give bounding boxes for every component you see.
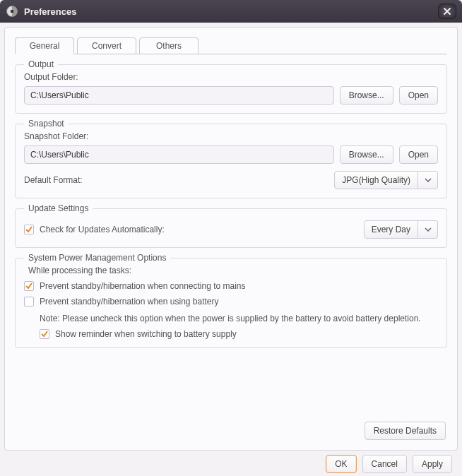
snapshot-browse-button[interactable]: Browse... [340,145,393,164]
snapshot-folder-label: Snapshot Folder: [24,131,438,141]
cancel-button[interactable]: Cancel [362,455,407,473]
content-frame: General Convert Others Output Output Fol… [4,27,458,451]
app-icon [6,5,18,18]
chevron-down-icon[interactable] [418,171,438,189]
tab-bar: General Convert Others [15,37,447,54]
ok-button[interactable]: OK [326,455,356,473]
window-title: Preferences [24,6,438,17]
chevron-down-icon[interactable] [418,220,438,239]
tab-general[interactable]: General [15,37,74,54]
svg-point-1 [11,10,14,13]
check-updates-label: Check for Updates Automatically: [40,225,165,234]
snapshot-legend: Snapshot [24,119,69,129]
update-legend: Update Settings [24,203,93,213]
snapshot-folder-input[interactable] [24,145,334,164]
prevent-battery-checkbox[interactable] [24,297,34,307]
power-group: System Power Management Options While pr… [15,258,447,348]
tab-convert[interactable]: Convert [77,37,136,54]
update-group: Update Settings Check for Updates Automa… [15,208,447,248]
output-legend: Output [24,59,58,69]
show-reminder-label: Show reminder when switching to battery … [55,329,237,339]
tab-others[interactable]: Others [139,37,199,54]
default-format-select[interactable]: JPG(High Quality) [334,171,438,189]
apply-button[interactable]: Apply [413,455,452,473]
while-processing-label: While processing the tasks: [28,266,438,275]
snapshot-group: Snapshot Snapshot Folder: Browse... Open… [15,124,447,198]
default-format-value: JPG(High Quality) [334,171,418,189]
output-folder-label: Output Folder: [24,72,438,82]
dialog-buttons: OK Cancel Apply [0,455,462,476]
battery-note: Note: Please uncheck this option when th… [40,314,438,323]
default-format-label: Default Format: [24,175,83,185]
restore-defaults-button[interactable]: Restore Defaults [365,422,446,440]
snapshot-open-button[interactable]: Open [399,145,438,164]
prevent-mains-label: Prevent standby/hibernation when connect… [40,281,246,291]
update-interval-value: Every Day [364,220,418,239]
output-group: Output Output Folder: Browse... Open [15,64,447,114]
output-browse-button[interactable]: Browse... [340,86,393,105]
power-legend: System Power Management Options [24,253,170,263]
output-folder-input[interactable] [24,86,334,105]
close-button[interactable] [438,4,456,19]
output-open-button[interactable]: Open [399,86,438,105]
prevent-mains-checkbox[interactable] [24,281,34,291]
check-updates-checkbox[interactable] [24,225,34,234]
prevent-battery-label: Prevent standby/hibernation when using b… [40,297,219,307]
title-bar: Preferences [0,0,462,23]
update-interval-select[interactable]: Every Day [364,220,438,239]
show-reminder-checkbox[interactable] [40,329,49,339]
